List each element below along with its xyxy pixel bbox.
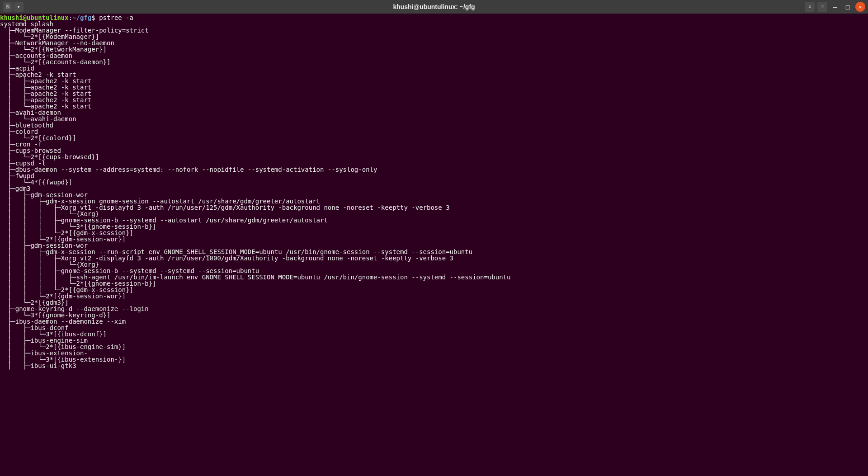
maximize-button[interactable]: □	[843, 2, 853, 12]
chevron-down-icon: ▾	[17, 4, 20, 10]
prompt-command: pstree -a	[99, 14, 133, 21]
tab-dropdown-button[interactable]: ▾	[14, 2, 24, 12]
prompt-path: ~/gfg	[72, 14, 91, 21]
search-icon: ⌕	[808, 4, 811, 10]
close-button[interactable]: ✕	[855, 2, 865, 12]
close-icon: ✕	[859, 4, 862, 10]
prompt-sep: :	[69, 14, 72, 21]
titlebar-left-group: ⎘ ▾	[3, 2, 24, 12]
window-title: khushi@ubuntulinux: ~/gfg	[0, 3, 868, 10]
minimize-button[interactable]: —	[830, 2, 840, 12]
hamburger-icon: ≡	[821, 4, 824, 10]
terminal-viewport[interactable]: khushi@ubuntulinux:~/gfg$ pstree -a syst…	[0, 14, 868, 476]
prompt-dollar: $	[91, 14, 95, 21]
new-tab-icon: ⎘	[6, 4, 9, 10]
pstree-output: systemd splash ├─ModemManager --filter-p…	[0, 20, 510, 369]
menu-button[interactable]: ≡	[817, 2, 827, 12]
titlebar-right-group: ⌕ ≡ — □ ✕	[805, 2, 865, 12]
maximize-icon: □	[846, 3, 849, 10]
minimize-icon: —	[833, 3, 837, 10]
window-titlebar: ⎘ ▾ khushi@ubuntulinux: ~/gfg ⌕ ≡ — □ ✕	[0, 0, 868, 14]
search-button[interactable]: ⌕	[805, 2, 815, 12]
new-tab-button[interactable]: ⎘	[3, 2, 13, 12]
